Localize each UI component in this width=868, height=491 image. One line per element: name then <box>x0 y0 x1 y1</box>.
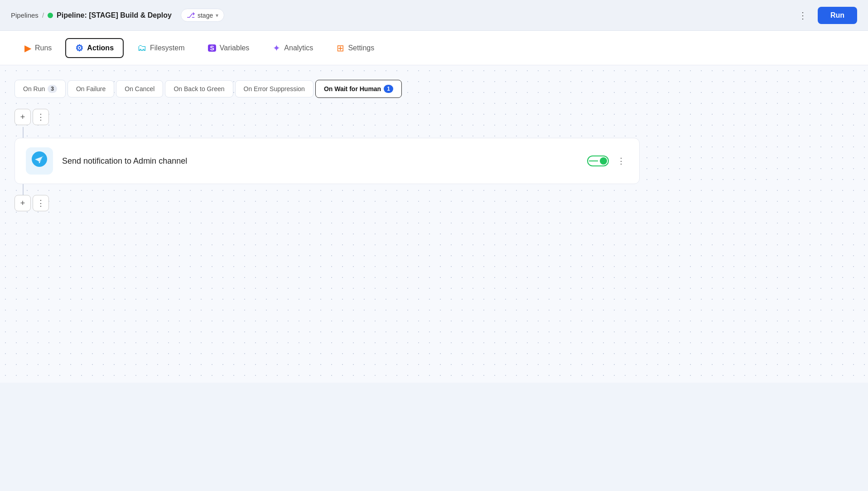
add-row-top: + ⋮ <box>14 109 854 125</box>
sub-tabs: On Run 3 On Failure On Cancel On Back to… <box>14 80 854 109</box>
tab-settings-label: Settings <box>348 44 374 52</box>
telegram-icon <box>31 151 48 171</box>
tabs-nav: ▶ Runs ⚙ Actions 🗂 Filesystem S Variable… <box>0 31 868 65</box>
sub-tab-on-wait-for-human[interactable]: On Wait for Human 1 <box>315 80 402 98</box>
tab-filesystem[interactable]: 🗂 Filesystem <box>127 38 194 58</box>
tab-actions-label: Actions <box>87 44 114 52</box>
action-right: ⋮ <box>587 154 628 168</box>
tab-runs-label: Runs <box>35 44 52 52</box>
action-toggle[interactable] <box>587 156 609 166</box>
sub-tab-on-cancel-label: On Cancel <box>125 85 154 92</box>
pipeline-status-dot <box>48 13 53 18</box>
variables-icon: S <box>208 44 216 52</box>
run-button[interactable]: Run <box>818 7 857 24</box>
add-row-bottom: + ⋮ <box>14 195 854 211</box>
sub-tab-on-run[interactable]: On Run 3 <box>14 80 66 98</box>
tab-analytics[interactable]: ✦ Analytics <box>263 38 323 58</box>
sub-tab-on-run-label: On Run <box>23 85 45 92</box>
sub-tab-on-back-to-green[interactable]: On Back to Green <box>165 80 233 97</box>
sub-tab-on-run-badge: 3 <box>48 85 57 93</box>
top-header: Pipelines / Pipeline: [STAGE] Build & De… <box>0 0 868 31</box>
toggle-line <box>589 160 598 161</box>
sub-tab-on-cancel[interactable]: On Cancel <box>116 80 163 97</box>
connector-line <box>23 127 24 138</box>
breadcrumb: Pipelines / Pipeline: [STAGE] Build & De… <box>11 9 796 22</box>
breadcrumb-separator: / <box>42 11 44 19</box>
action-icon-wrap <box>26 147 53 175</box>
add-action-button-bottom[interactable]: + <box>14 195 31 211</box>
sub-tab-on-back-to-green-label: On Back to Green <box>174 85 224 92</box>
analytics-icon: ✦ <box>273 43 280 53</box>
runs-icon: ▶ <box>24 43 31 53</box>
header-right: ⋮ Run <box>796 7 857 24</box>
content-area: On Run 3 On Failure On Cancel On Back to… <box>0 65 868 383</box>
actions-icon: ⚙ <box>75 43 83 53</box>
sub-tab-on-wait-for-human-label: On Wait for Human <box>324 85 381 92</box>
chevron-down-icon: ▾ <box>216 12 218 19</box>
tab-runs[interactable]: ▶ Runs <box>14 38 62 58</box>
breadcrumb-pipelines[interactable]: Pipelines <box>11 11 39 19</box>
more-action-button-bottom[interactable]: ⋮ <box>33 195 49 211</box>
sub-tab-on-failure[interactable]: On Failure <box>68 80 114 97</box>
tab-actions[interactable]: ⚙ Actions <box>65 38 124 58</box>
sub-tab-on-wait-for-human-badge: 1 <box>384 85 393 93</box>
settings-icon: ⊞ <box>337 43 344 53</box>
tab-variables[interactable]: S Variables <box>198 39 259 57</box>
stage-icon: ⎇ <box>187 11 195 19</box>
sub-tab-on-error-suppression[interactable]: On Error Suppression <box>235 80 313 97</box>
sub-tab-on-error-suppression-label: On Error Suppression <box>244 85 305 92</box>
stage-label: stage <box>198 12 213 19</box>
stage-badge[interactable]: ⎇ stage ▾ <box>181 9 224 22</box>
pipeline-title: Pipeline: [STAGE] Build & Deploy <box>57 11 172 19</box>
toggle-wrap[interactable] <box>587 156 609 166</box>
tab-analytics-label: Analytics <box>284 44 313 52</box>
header-more-button[interactable]: ⋮ <box>796 7 810 24</box>
tab-settings[interactable]: ⊞ Settings <box>327 38 384 58</box>
toggle-thumb <box>600 157 607 165</box>
action-card-more-button[interactable]: ⋮ <box>614 154 628 168</box>
main-content: ▶ Runs ⚙ Actions 🗂 Filesystem S Variable… <box>0 31 868 383</box>
action-card: Send notification to Admin channel ⋮ <box>14 138 640 184</box>
connector-line-bottom <box>23 184 24 195</box>
tab-filesystem-label: Filesystem <box>150 44 184 52</box>
more-action-button-top[interactable]: ⋮ <box>33 109 49 125</box>
action-label: Send notification to Admin channel <box>62 156 578 166</box>
sub-tab-on-failure-label: On Failure <box>76 85 106 92</box>
tab-variables-label: Variables <box>220 44 250 52</box>
filesystem-icon: 🗂 <box>137 43 146 53</box>
add-action-button-top[interactable]: + <box>14 109 31 125</box>
